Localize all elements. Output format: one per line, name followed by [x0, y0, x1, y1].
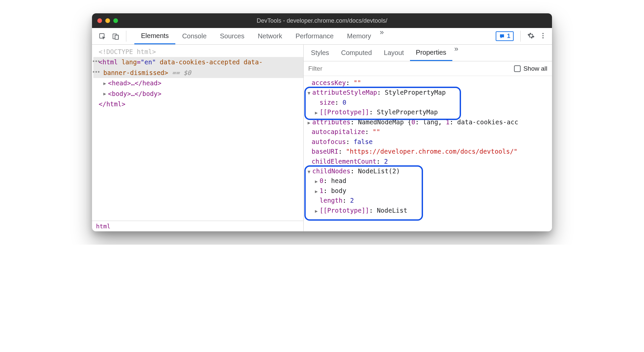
tab-styles[interactable]: Styles [305, 45, 335, 61]
prop-autofocus[interactable]: autofocus: false [306, 137, 552, 147]
traffic-lights [97, 18, 118, 23]
inspect-element-icon[interactable] [97, 31, 107, 41]
prop-childNodes-1[interactable]: 1: body [306, 186, 552, 196]
tab-layout[interactable]: Layout [378, 45, 410, 61]
prop-childNodes-proto[interactable]: [[Prototype]]: NodeList [306, 206, 552, 215]
prop-autocapitalize[interactable]: autocapitalize: "" [306, 127, 552, 137]
svg-rect-2 [115, 35, 118, 39]
dom-html-close[interactable]: </html> [93, 99, 303, 109]
prop-childNodes[interactable]: childNodes: NodeList(2) [306, 166, 552, 176]
tab-properties[interactable]: Properties [410, 45, 452, 61]
settings-icon[interactable] [527, 32, 535, 41]
separator [520, 31, 521, 42]
maximize-window-button[interactable] [113, 18, 118, 23]
svg-point-6 [542, 37, 544, 38]
show-all-toggle[interactable]: Show all [514, 65, 547, 72]
kebab-menu-icon[interactable] [539, 32, 547, 41]
prop-attributeStyleMap-proto[interactable]: [[Prototype]]: StylePropertyMap [306, 107, 552, 117]
dom-html-open[interactable]: <html lang="en" data-cookies-accepted da… [93, 57, 303, 67]
device-toolbar-icon[interactable] [111, 31, 121, 41]
prop-baseURI[interactable]: baseURI: "https://developer.chrome.com/d… [306, 147, 552, 156]
window-title: DevTools - developer.chrome.com/docs/dev… [92, 17, 552, 24]
tab-memory[interactable]: Memory [340, 28, 378, 44]
prop-childElementCount[interactable]: childElementCount: 2 [306, 157, 552, 166]
dom-html-open-cont[interactable]: banner-dismissed> == $0 [93, 68, 303, 78]
toolbar-left [95, 28, 131, 44]
svg-point-5 [542, 35, 544, 36]
window-titlebar: DevTools - developer.chrome.com/docs/dev… [92, 13, 552, 28]
prop-attributeStyleMap-size[interactable]: size: 0 [306, 98, 552, 107]
dom-doctype[interactable]: <!DOCTYPE html> [93, 47, 303, 57]
breadcrumb[interactable]: html [92, 221, 303, 231]
tab-network[interactable]: Network [251, 28, 289, 44]
close-window-button[interactable] [97, 18, 102, 23]
prop-childNodes-length[interactable]: length: 2 [306, 196, 552, 205]
toolbar-right: 1 [493, 28, 549, 44]
properties-list[interactable]: accessKey: "" attributeStyleMap: StylePr… [304, 76, 552, 231]
sidebar-tab-strip: Styles Computed Layout Properties » [304, 45, 552, 61]
more-sidebar-tabs-icon[interactable]: » [452, 45, 460, 61]
dom-body[interactable]: ▶<body>…</body> [93, 89, 303, 99]
properties-filter-input[interactable] [308, 65, 509, 72]
show-all-checkbox[interactable] [514, 65, 521, 72]
tab-computed[interactable]: Computed [335, 45, 378, 61]
show-all-label: Show all [523, 65, 547, 72]
issues-count: 1 [507, 33, 510, 40]
sidebar-panel: Styles Computed Layout Properties » Show… [304, 45, 552, 231]
issues-badge[interactable]: 1 [496, 31, 514, 41]
prop-accessKey[interactable]: accessKey: "" [306, 78, 552, 88]
svg-point-4 [542, 33, 544, 34]
minimize-window-button[interactable] [105, 18, 110, 23]
content-area: <!DOCTYPE html> <html lang="en" data-coo… [92, 45, 552, 231]
separator [126, 31, 126, 42]
prop-childNodes-0[interactable]: 0: head [306, 176, 552, 186]
dom-head[interactable]: ▶<head>…</head> [93, 78, 303, 88]
main-tab-strip: Elements Console Sources Network Perform… [134, 28, 493, 44]
elements-panel: <!DOCTYPE html> <html lang="en" data-coo… [92, 45, 304, 231]
prop-attributes[interactable]: attributes: NamedNodeMap {0: lang, 1: da… [306, 117, 552, 127]
more-tabs-icon[interactable]: » [378, 28, 386, 44]
tab-elements[interactable]: Elements [134, 28, 175, 44]
tab-console[interactable]: Console [175, 28, 213, 44]
tab-sources[interactable]: Sources [213, 28, 251, 44]
tab-performance[interactable]: Performance [289, 28, 341, 44]
properties-filter-row: Show all [304, 61, 552, 76]
dom-tree[interactable]: <!DOCTYPE html> <html lang="en" data-coo… [92, 45, 303, 221]
devtools-window: DevTools - developer.chrome.com/docs/dev… [92, 13, 552, 231]
main-toolbar: Elements Console Sources Network Perform… [92, 28, 552, 45]
prop-attributeStyleMap[interactable]: attributeStyleMap: StylePropertyMap [306, 88, 552, 97]
